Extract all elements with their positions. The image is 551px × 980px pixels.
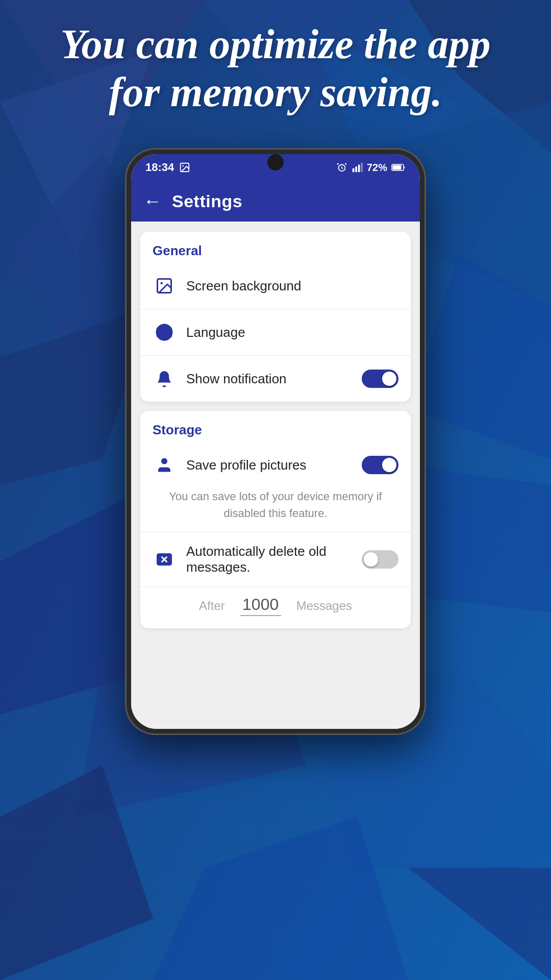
toggle-thumb-3 — [364, 552, 378, 567]
battery-display: 72% — [367, 162, 387, 174]
storage-section-card: Storage Save profile pictures You can sa… — [140, 411, 411, 628]
show-notification-label: Show notification — [186, 371, 352, 387]
settings-content: General Screen background Language — [131, 222, 420, 729]
save-profile-pictures-item[interactable]: Save profile pictures — [140, 442, 411, 488]
auto-delete-label: Automatically delete old messages. — [186, 544, 352, 575]
time-display: 18:34 — [145, 161, 174, 174]
hero-title: You can optimize the app for memory savi… — [31, 20, 520, 117]
language-label: Language — [186, 325, 398, 340]
screen-background-label: Screen background — [186, 278, 398, 294]
svg-line-21 — [337, 163, 339, 165]
svg-rect-26 — [361, 163, 363, 172]
person-icon — [153, 453, 176, 477]
after-messages-row: After 1000 Messages — [140, 586, 411, 628]
general-section-card: General Screen background Language — [140, 232, 411, 402]
save-profile-pictures-toggle[interactable] — [362, 456, 398, 474]
svg-rect-28 — [393, 165, 402, 170]
camera-notch — [267, 154, 284, 170]
globe-icon — [153, 321, 176, 344]
signal-icon — [352, 162, 363, 173]
status-right: 72% — [336, 162, 406, 174]
back-button[interactable]: ← — [143, 190, 162, 212]
screen-background-item[interactable]: Screen background — [140, 263, 411, 309]
status-left: 18:34 — [145, 161, 190, 174]
toggle-thumb-2 — [382, 458, 396, 472]
after-value[interactable]: 1000 — [240, 595, 281, 616]
battery-icon — [391, 163, 406, 172]
save-profile-description: You can save lots of your device memory … — [140, 488, 411, 532]
bell-icon — [153, 367, 176, 390]
svg-rect-25 — [358, 165, 360, 173]
svg-point-36 — [161, 458, 167, 464]
svg-rect-24 — [355, 166, 357, 172]
language-item[interactable]: Language — [140, 309, 411, 355]
messages-label: Messages — [296, 599, 352, 613]
svg-point-30 — [161, 282, 163, 285]
alarm-icon — [336, 162, 347, 173]
show-notification-toggle[interactable] — [362, 370, 398, 388]
show-notification-item[interactable]: Show notification — [140, 355, 411, 402]
auto-delete-messages-toggle[interactable] — [362, 550, 398, 569]
svg-point-19 — [183, 165, 184, 166]
general-section-header: General — [140, 232, 411, 263]
phone-shell: 18:34 72% ← Settings General — [125, 148, 426, 735]
gallery-icon — [179, 162, 190, 173]
phone-screen: 18:34 72% ← Settings General — [131, 154, 420, 729]
app-bar: ← Settings — [131, 181, 420, 222]
page-title: Settings — [172, 191, 242, 211]
storage-section-header: Storage — [140, 411, 411, 442]
after-label: After — [199, 599, 225, 613]
svg-line-22 — [345, 163, 346, 165]
message-x-icon — [153, 548, 176, 571]
hero-section: You can optimize the app for memory savi… — [0, 20, 551, 117]
svg-rect-23 — [353, 168, 355, 172]
save-profile-pictures-label: Save profile pictures — [186, 457, 352, 473]
image-icon — [153, 274, 176, 298]
auto-delete-messages-item[interactable]: Automatically delete old messages. — [140, 532, 411, 586]
toggle-thumb — [382, 372, 396, 386]
